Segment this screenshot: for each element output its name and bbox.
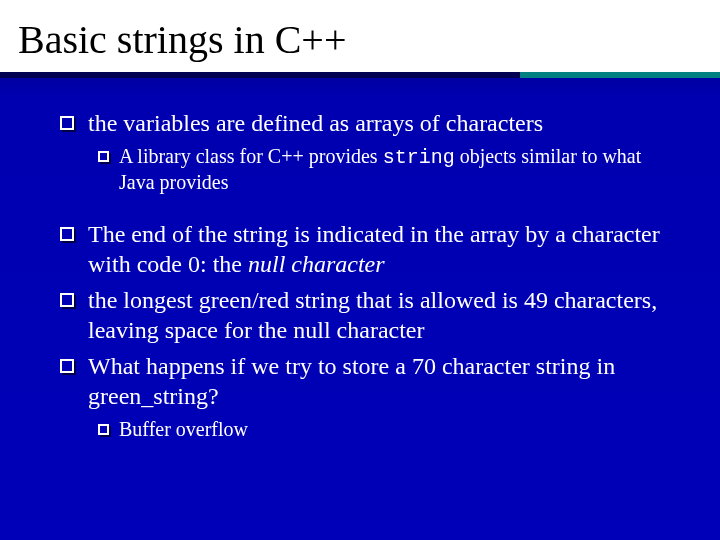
bullet-item: the longest green/red string that is all… <box>60 285 680 345</box>
title-divider <box>0 72 720 84</box>
bullet-item: What happens if we try to store a 70 cha… <box>60 351 680 411</box>
square-bullet-icon <box>60 116 74 130</box>
bullet-text: the variables are defined as arrays of c… <box>88 108 680 138</box>
text-span: A library class for C++ provides <box>119 145 383 167</box>
bullet-text: the longest green/red string that is all… <box>88 285 680 345</box>
square-bullet-icon <box>60 359 74 373</box>
code-span: string <box>383 146 455 169</box>
sub-bullet-item: A library class for C++ provides string … <box>98 144 680 195</box>
bullet-item: The end of the string is indicated in th… <box>60 219 680 279</box>
bullet-item: the variables are defined as arrays of c… <box>60 108 680 138</box>
slide-body: the variables are defined as arrays of c… <box>0 84 720 442</box>
bullet-text: The end of the string is indicated in th… <box>88 219 680 279</box>
bullet-text: A library class for C++ provides string … <box>119 144 680 195</box>
square-bullet-icon <box>98 151 109 162</box>
bullet-text: Buffer overflow <box>119 417 680 442</box>
bullet-text: What happens if we try to store a 70 cha… <box>88 351 680 411</box>
sub-bullet-item: Buffer overflow <box>98 417 680 442</box>
square-bullet-icon <box>60 293 74 307</box>
square-bullet-icon <box>60 227 74 241</box>
square-bullet-icon <box>98 424 109 435</box>
italic-span: null character <box>248 251 385 277</box>
slide-title: Basic strings in C++ <box>0 0 720 72</box>
